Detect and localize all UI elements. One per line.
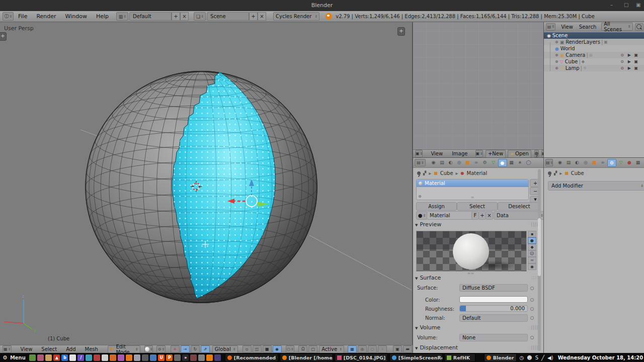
assign-button[interactable]: Assign bbox=[416, 202, 457, 211]
launcher-terminal[interactable] bbox=[214, 354, 221, 361]
launcher-browser[interactable] bbox=[126, 354, 132, 361]
surface-shader-select[interactable]: Diffuse BSDF bbox=[459, 284, 528, 292]
scrollbar-thumb[interactable] bbox=[538, 218, 541, 276]
editor-type-image-icon[interactable]: ▣⇕ bbox=[415, 150, 423, 157]
uv-image-editor[interactable] bbox=[413, 22, 543, 149]
delete-scene-button[interactable]: × bbox=[258, 12, 266, 21]
launcher-media[interactable] bbox=[94, 354, 100, 361]
add-scene-button[interactable]: + bbox=[249, 12, 258, 21]
list-resize-grip[interactable]: = bbox=[417, 195, 528, 200]
outliner-search-menu[interactable]: Search bbox=[579, 24, 596, 30]
tab-world[interactable]: ◎ bbox=[582, 159, 590, 166]
snap-target-select[interactable]: Active⇕ bbox=[319, 345, 344, 353]
preview-sphere-button[interactable]: ● bbox=[528, 237, 536, 244]
tab-texture[interactable]: ▦ bbox=[634, 159, 642, 166]
color-swatch[interactable] bbox=[459, 296, 528, 303]
viewport-menu-add[interactable]: Add bbox=[66, 346, 75, 352]
normal-select[interactable]: Default bbox=[459, 314, 528, 322]
edge-select-icon[interactable]: ◫ bbox=[253, 345, 262, 353]
clock-icon[interactable]: ◷ bbox=[520, 355, 524, 360]
window-button-1[interactable]: [Blender [/home/ka... bbox=[280, 353, 333, 362]
add-layout-button[interactable]: + bbox=[172, 12, 180, 21]
toolshelf-expand-icon[interactable]: + bbox=[0, 32, 7, 41]
renderability-camera-icon[interactable]: ▣ bbox=[634, 53, 638, 57]
window-button-0[interactable]: [Recommended fo... bbox=[225, 353, 278, 362]
launcher-recorder[interactable] bbox=[190, 354, 197, 361]
image-browse-icon[interactable]: ▣⇕ bbox=[475, 150, 483, 157]
launcher-file-manager[interactable] bbox=[45, 354, 52, 361]
snap-project-icon[interactable]: ◦ bbox=[378, 345, 387, 353]
launcher-editor[interactable]: / bbox=[77, 354, 84, 361]
properties-expand-icon[interactable]: + bbox=[397, 27, 405, 36]
launcher-presentation[interactable]: P bbox=[166, 354, 173, 361]
tab-world[interactable]: ◎ bbox=[455, 159, 463, 166]
volume-select[interactable]: None bbox=[459, 334, 528, 341]
scene-field[interactable]: Scene bbox=[207, 12, 249, 21]
launcher-settings[interactable] bbox=[198, 354, 205, 361]
outliner-item-cube[interactable]: ⊕▽Cube | ◆⊙▶▣ bbox=[544, 58, 644, 65]
properties-scrollbar[interactable] bbox=[538, 169, 541, 351]
vertex-select-icon[interactable]: ▫ bbox=[243, 345, 252, 353]
proportional-edit-icon[interactable]: ○⇕ bbox=[286, 345, 295, 353]
tab-render[interactable]: ◉ bbox=[430, 159, 438, 166]
launcher-notes[interactable] bbox=[69, 354, 76, 361]
tab-physics[interactable]: ◯ bbox=[525, 159, 533, 166]
screen-layout-icon[interactable]: ▥⇕ bbox=[116, 12, 128, 21]
outliner-item-lamp[interactable]: ⊕☼Lamp | ☼⊙▶▣ bbox=[544, 65, 644, 71]
tab-scene[interactable]: ◐ bbox=[447, 159, 455, 166]
menu-window[interactable]: Window bbox=[65, 13, 87, 20]
editor-type-properties-icon[interactable]: ▤⇕ bbox=[545, 159, 553, 166]
menu-help[interactable]: Help bbox=[96, 13, 109, 20]
viewport-shading-icon[interactable]: ⇕ bbox=[144, 345, 153, 353]
outliner-item-renderlayers[interactable]: ⊕▣RenderLayers | ▣ bbox=[544, 39, 644, 45]
tab-data[interactable]: ▽ bbox=[490, 159, 498, 166]
preview-panel-header[interactable]: ▼Preview bbox=[415, 221, 441, 228]
editor-type-info-icon[interactable]: ⓘ⇕ bbox=[3, 12, 14, 21]
viewport-menu-view[interactable]: View bbox=[21, 346, 33, 352]
viewport-menu-mesh[interactable]: Mesh bbox=[85, 346, 98, 352]
mode-select[interactable]: ◧ Edit Mode⇕ bbox=[108, 345, 140, 353]
launcher-bluetooth[interactable]: b bbox=[61, 354, 68, 361]
volume-panel-header[interactable]: ▼Volume bbox=[415, 324, 440, 331]
tab-render-layers[interactable]: ▤ bbox=[565, 159, 573, 166]
restore-button[interactable]: ▣ bbox=[636, 3, 640, 8]
image-new-button[interactable]: + New bbox=[486, 150, 506, 158]
volume-icon[interactable]: ◀) bbox=[547, 355, 553, 360]
roughness-socket-dot[interactable] bbox=[530, 307, 534, 311]
new-material-button[interactable]: + bbox=[478, 211, 486, 220]
preview-world-button[interactable]: ◉ bbox=[528, 263, 536, 270]
window-button-4[interactable]: RefHK bbox=[444, 353, 475, 362]
preview-cube-button[interactable]: ◆ bbox=[528, 244, 536, 250]
viewport-canvas[interactable]: zy bbox=[0, 22, 413, 345]
window-button-3[interactable]: [SimpleScreenRec... bbox=[389, 353, 443, 362]
selectability-arrow-icon[interactable]: ▶ bbox=[628, 53, 631, 57]
visibility-eye-icon[interactable]: ⊙ bbox=[620, 66, 624, 70]
opengl-render-still-icon[interactable]: ▣ bbox=[393, 345, 402, 353]
renderability-camera-icon[interactable]: ▣ bbox=[634, 59, 638, 64]
outliner-panel[interactable]: ▤⇕ View Search All Scenes⇕ ◉Scene⊕▣Rende… bbox=[543, 22, 644, 157]
pin-icon[interactable] bbox=[548, 171, 551, 175]
menu-gear-icon[interactable]: ⚙ bbox=[3, 354, 8, 361]
launcher-shell[interactable]: » bbox=[182, 354, 189, 361]
surface-socket-dot[interactable] bbox=[530, 287, 534, 290]
delete-layout-button[interactable]: × bbox=[180, 12, 189, 21]
window-button-active[interactable]: Blender bbox=[484, 353, 517, 362]
material-browse-icon[interactable]: ●⇕ bbox=[416, 211, 427, 220]
manipulator-translate-icon[interactable]: → bbox=[181, 345, 190, 353]
limit-to-visible-icon[interactable]: ◉ bbox=[273, 345, 282, 353]
material-name-field[interactable]: Material bbox=[427, 211, 474, 220]
pivot-point-icon[interactable]: ⊙⇕ bbox=[156, 345, 166, 353]
properties-modifier-panel[interactable]: ▤⇕ ◉▤◐◎■∞⚙▽●▦∗◯ ▞ ▸ ■ Cube Add Modifier⇕ bbox=[543, 157, 644, 353]
volume-socket-dot[interactable] bbox=[530, 336, 534, 339]
launcher-color-wheel[interactable] bbox=[110, 354, 116, 361]
renderability-camera-icon[interactable]: ▣ bbox=[634, 66, 638, 70]
fake-user-button[interactable]: F bbox=[471, 211, 479, 220]
color-socket-dot[interactable] bbox=[530, 298, 534, 302]
pin-icon[interactable] bbox=[417, 171, 421, 175]
displacement-panel-header[interactable]: ▼Displacement bbox=[415, 344, 458, 351]
expand-icon[interactable]: ⊕ bbox=[555, 53, 558, 57]
visibility-eye-icon[interactable]: ⊙ bbox=[620, 59, 624, 64]
face-select-icon[interactable]: ■ bbox=[263, 345, 272, 353]
launcher-screenshot[interactable] bbox=[37, 354, 44, 361]
tab-material[interactable]: ● bbox=[625, 159, 633, 166]
